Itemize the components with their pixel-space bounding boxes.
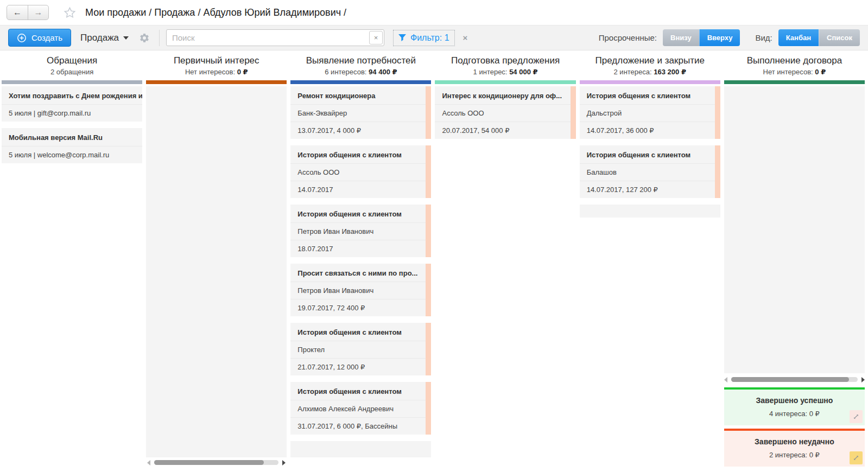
- column-summary: 6 интересов: 94 400 ₽: [290, 68, 431, 80]
- column-summary: Нет интересов: 0 ₽: [146, 68, 287, 80]
- overdue-bottom-button[interactable]: Внизу: [663, 29, 699, 46]
- overdue-stripe: [426, 323, 431, 375]
- kanban-column: Подготовка предложения1 интерес: 54 000 …: [435, 50, 575, 471]
- back-button[interactable]: ←: [7, 5, 28, 20]
- kanban-card[interactable]: История общения с клиентомАлхимов Алексе…: [290, 382, 431, 435]
- column-body: История общения с клиентомДальстрой14.07…: [580, 86, 720, 471]
- column-title: Обращения: [2, 50, 142, 68]
- kanban-card[interactable]: История общения с клиентомДальстрой14.07…: [580, 86, 720, 139]
- column-count: 2 интереса:: [614, 68, 652, 76]
- kanban-column: Предложение и закрытие2 интереса: 163 20…: [580, 50, 720, 471]
- view-label: Вид:: [755, 33, 772, 42]
- section-dropdown[interactable]: Продажа: [80, 33, 129, 43]
- kanban-card[interactable]: Просит связаться с ними по про...Петров …: [290, 264, 431, 316]
- horizontal-scrollbar[interactable]: [724, 376, 865, 383]
- card-line: 31.07.2017, 6 000 ₽, Бассейны: [290, 417, 431, 435]
- card-title: Интерес к кондиционеру для оф...: [435, 86, 575, 104]
- card-title: История общения с клиентом: [580, 86, 720, 104]
- column-color-bar: [435, 80, 575, 84]
- column-title: Выполнение договора: [724, 50, 865, 68]
- scroll-left-arrow-icon[interactable]: [724, 377, 727, 382]
- card-title: История общения с клиентом: [290, 323, 431, 341]
- column-count: 6 интересов:: [325, 68, 366, 76]
- filter-button[interactable]: Фильтр: 1: [393, 30, 455, 46]
- overdue-stripe: [426, 382, 431, 435]
- kanban-card[interactable]: Хотим поздравить с Днем рождения и5 июля…: [2, 86, 142, 122]
- overdue-stripe: [426, 86, 431, 139]
- column-count: 1 интерес:: [473, 68, 508, 76]
- column-summary: 2 обращения: [2, 68, 142, 80]
- column-summary: 1 интерес: 54 000 ₽: [435, 68, 575, 80]
- kanban-card[interactable]: Мобильная версия Mail.Ru5 июля | welcome…: [2, 128, 142, 163]
- kanban-card[interactable]: Интерес к кондиционеру для оф...Ассоль О…: [435, 86, 575, 139]
- scrollbar-track[interactable]: [154, 460, 278, 465]
- view-kanban-button[interactable]: Канбан: [778, 29, 819, 46]
- expand-icon[interactable]: [850, 410, 863, 423]
- scrollbar-track[interactable]: [731, 377, 858, 382]
- section-dropdown-label: Продажа: [80, 33, 119, 43]
- kanban-card[interactable]: История общения с клиентомБалашов14.07.2…: [580, 145, 720, 198]
- kanban-card[interactable]: История общения с клиентомПроктел21.07.2…: [290, 323, 431, 375]
- gear-icon[interactable]: [139, 33, 150, 43]
- kanban-card[interactable]: История общения с клиентомПетров Иван Ив…: [290, 205, 431, 257]
- kanban-card[interactable]: Ремонт кондиционераБанк-Эквайрер13.07.20…: [290, 86, 431, 139]
- final-stage-card[interactable]: Завершено неудачно2 интереса: 0 ₽: [724, 429, 865, 467]
- card-title: Просит связаться с ними по про...: [290, 264, 431, 282]
- column-title: Предложение и закрытие: [580, 50, 720, 68]
- kanban-column: Выполнение договораНет интересов: 0 ₽Зав…: [724, 50, 865, 471]
- card-title: Хотим поздравить с Днем рождения и: [2, 86, 142, 104]
- column-count: Нет интересов:: [763, 68, 813, 76]
- empty-column-area: [580, 205, 720, 218]
- column-title: Подготовка предложения: [435, 50, 575, 68]
- card-title: История общения с клиентом: [580, 145, 720, 163]
- column-body: Ремонт кондиционераБанк-Эквайрер13.07.20…: [290, 86, 431, 471]
- column-color-bar: [724, 80, 865, 84]
- toolbar-divider: [159, 30, 160, 46]
- create-button[interactable]: Создать: [8, 29, 71, 47]
- column-amount: 54 000 ₽: [509, 68, 537, 76]
- column-body: Интерес к кондиционеру для оф...Ассоль О…: [435, 86, 575, 471]
- card-title: История общения с клиентом: [290, 145, 431, 163]
- card-title: Мобильная версия Mail.Ru: [2, 128, 142, 146]
- card-line: Дальстрой: [580, 104, 720, 122]
- expand-icon[interactable]: [850, 451, 863, 464]
- horizontal-scrollbar[interactable]: [147, 459, 286, 466]
- empty-column-area: [290, 441, 431, 457]
- card-line: Ассоль ООО: [435, 104, 575, 122]
- column-amount: 0 ₽: [237, 68, 248, 76]
- scroll-right-arrow-icon[interactable]: [282, 460, 286, 465]
- filter-clear-icon[interactable]: ×: [463, 33, 468, 42]
- column-body: [146, 86, 287, 457]
- scroll-right-arrow-icon[interactable]: [861, 377, 865, 382]
- column-color-bar: [580, 80, 720, 84]
- column-color-bar: [2, 80, 142, 84]
- column-summary: 2 интереса: 163 200 ₽: [580, 68, 720, 80]
- overdue-stripe: [715, 86, 720, 139]
- final-stage-card[interactable]: Завершено успешно4 интереса: 0 ₽: [724, 387, 865, 425]
- card-line: Петров Иван Иванович: [290, 222, 431, 240]
- card-line: 19.07.2017, 72 400 ₽: [290, 299, 431, 316]
- card-line: 5 июля | gift@corp.mail.ru: [2, 104, 142, 122]
- kanban-column: Первичный интересНет интересов: 0 ₽: [146, 50, 287, 471]
- card-title: История общения с клиентом: [290, 382, 431, 400]
- forward-button[interactable]: →: [28, 5, 48, 20]
- view-list-button[interactable]: Список: [819, 29, 860, 46]
- card-line: Ассоль ООО: [290, 163, 431, 181]
- scrollbar-thumb[interactable]: [731, 377, 849, 382]
- create-button-label: Создать: [31, 33, 62, 42]
- search-input[interactable]: [166, 29, 384, 46]
- overdue-stripe: [715, 145, 720, 198]
- scrollbar-thumb[interactable]: [154, 460, 264, 465]
- card-line: Петров Иван Иванович: [290, 282, 431, 299]
- overdue-top-button[interactable]: Вверху: [699, 29, 740, 46]
- kanban-card[interactable]: История общения с клиентомАссоль ООО14.0…: [290, 145, 431, 198]
- favorite-star-icon[interactable]: [63, 6, 77, 20]
- column-summary: Нет интересов: 0 ₽: [724, 68, 865, 80]
- scroll-left-arrow-icon[interactable]: [147, 460, 150, 465]
- breadcrumb-title: Мои продажи / Продажа / Абдулов Юрий Вла…: [85, 7, 346, 18]
- column-amount: 163 200 ₽: [654, 68, 686, 76]
- card-line: 13.07.2017, 4 000 ₽: [290, 122, 431, 139]
- card-line: 5 июля | welcome@corp.mail.ru: [2, 146, 142, 163]
- search-clear-button[interactable]: ×: [369, 31, 383, 44]
- final-stage-summary: 4 интереса: 0 ₽: [724, 410, 865, 418]
